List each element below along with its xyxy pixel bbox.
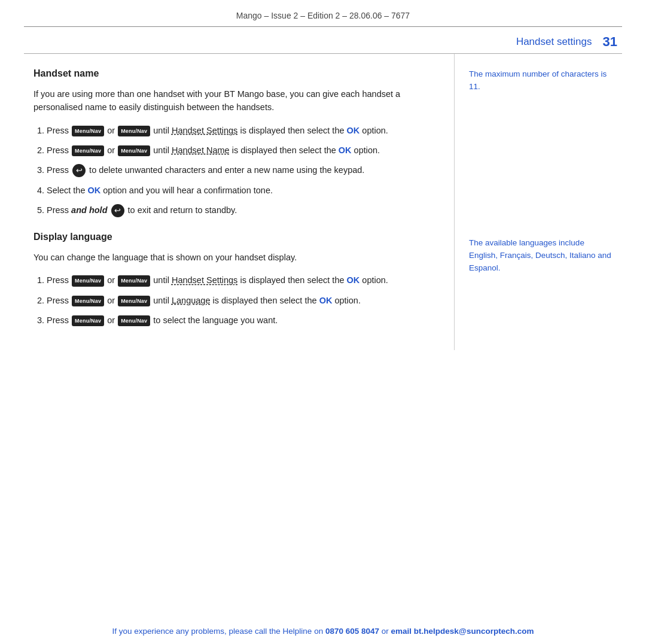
display-handset-settings-1: Handset Settings [172, 126, 237, 135]
ok-option-1: OK [347, 126, 360, 135]
content-column: Handset name If you are using more than … [24, 54, 455, 350]
back-icon-1: ↩ [72, 164, 86, 177]
dl-menu-nav-btn-5: Menu/Nav [72, 315, 104, 326]
dl-step-2: Press Menu/Nav or Menu/Nav until Languag… [47, 294, 440, 308]
dl-step-3: Press Menu/Nav or Menu/Nav to select the… [47, 314, 440, 327]
display-language-intro: You can change the language that is show… [33, 251, 440, 264]
step-2: Press Menu/Nav or Menu/Nav until Handset… [47, 144, 440, 157]
footer-phone: 0870 605 8047 [325, 627, 379, 636]
menu-nav-btn-1: Menu/Nav [72, 126, 104, 136]
section-header: Handset settings 31 [0, 27, 646, 53]
display-language-section: Display language You can change the lang… [33, 232, 440, 327]
menu-nav-btn-2: Menu/Nav [118, 126, 150, 136]
dl-menu-nav-btn-6: Menu/Nav [118, 315, 150, 326]
dl-step-1: Press Menu/Nav or Menu/Nav until Handset… [47, 274, 440, 287]
main-layout: Handset name If you are using more than … [0, 54, 646, 350]
display-language-sidebar-note: The available languages include English,… [469, 237, 613, 275]
dl-menu-nav-btn-4: Menu/Nav [118, 296, 150, 306]
dl-ok-option-2: OK [319, 296, 333, 305]
dl-menu-nav-btn-3: Menu/Nav [72, 296, 104, 306]
step-4: Select the OK option and you will hear a… [47, 184, 440, 198]
display-language: Language [172, 296, 211, 305]
ok-option-2: OK [339, 145, 352, 155]
footer-text: If you experience any problems, please c… [112, 627, 323, 636]
display-handset-settings-2: Handset Settings [172, 275, 237, 285]
menu-nav-btn-3: Menu/Nav [72, 145, 104, 156]
header-title: Mango – Issue 2 – Edition 2 – 28.06.06 –… [236, 11, 410, 20]
page-header: Mango – Issue 2 – Edition 2 – 28.06.06 –… [0, 0, 646, 26]
step-3: Press ↩ to delete unwanted characters an… [47, 163, 440, 177]
page-number: 31 [603, 34, 617, 50]
display-language-heading: Display language [33, 232, 440, 242]
back-icon-2: ↩ [111, 204, 124, 217]
handset-name-heading: Handset name [33, 68, 440, 79]
handset-name-steps: Press Menu/Nav or Menu/Nav until Handset… [33, 124, 440, 217]
section-label: Handset settings [516, 36, 592, 48]
handset-name-section: Handset name If you are using more than … [33, 68, 440, 217]
and-hold-text: and hold [71, 205, 107, 215]
footer-email: bt.helpdesk@suncorptech.com [414, 627, 534, 636]
handset-name-intro: If you are using more than one handset w… [33, 87, 440, 114]
handset-name-sidebar-note: The maximum number of characters is 11. [469, 68, 613, 93]
footer: If you experience any problems, please c… [0, 619, 646, 644]
display-handset-name: Handset Name [172, 145, 230, 155]
dl-menu-nav-btn-2: Menu/Nav [118, 275, 150, 286]
dl-menu-nav-btn-1: Menu/Nav [72, 275, 104, 286]
dl-ok-option-1: OK [347, 275, 360, 285]
menu-nav-btn-4: Menu/Nav [118, 145, 150, 156]
ok-option-3: OK [88, 186, 101, 195]
sidebar-column: The maximum number of characters is 11. … [455, 54, 622, 350]
footer-or: or [382, 627, 389, 636]
step-5: Press and hold ↩ to exit and return to s… [47, 203, 440, 217]
footer-email-label: email [391, 627, 412, 636]
step-1: Press Menu/Nav or Menu/Nav until Handset… [47, 124, 440, 138]
display-language-steps: Press Menu/Nav or Menu/Nav until Handset… [33, 274, 440, 327]
